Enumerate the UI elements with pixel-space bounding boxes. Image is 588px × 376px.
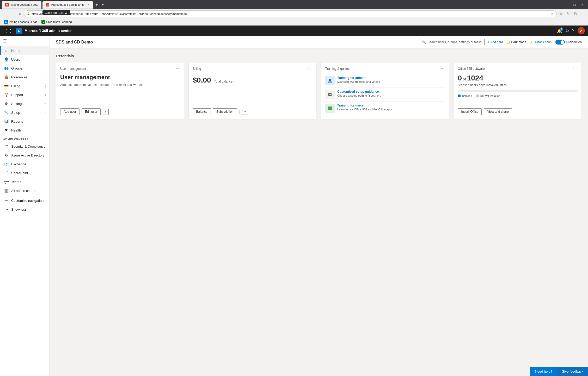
bottom-bar: Need help? Give feedback — [530, 367, 588, 376]
address-bar[interactable]: 🔒 https://admin.microsoft.com/Adminporta… — [24, 10, 557, 17]
sidebar-item-setup[interactable]: 🔧 Setup › — [0, 108, 49, 117]
legend-not-installed-dot — [476, 95, 479, 97]
billing-dropdown[interactable]: ▾ — [242, 109, 248, 115]
minimize-button[interactable]: — — [563, 2, 570, 7]
all-admin-icon: 🏢 — [4, 188, 9, 193]
training-admins-desc: Microsoft 365 tutorials and videos — [337, 80, 380, 83]
close-tab-icon[interactable]: ✕ — [87, 3, 90, 7]
lightning-icon: ⚡ — [529, 40, 533, 44]
show-less[interactable]: ⋯ Show less — [0, 205, 49, 214]
view-and-share-button[interactable]: View and share — [484, 108, 512, 115]
give-feedback-button[interactable]: Give feedback — [557, 367, 588, 376]
sidebar-item-sharepoint[interactable]: 📄 SharePoint — [0, 168, 49, 177]
billing-icon: 💳 — [4, 84, 9, 88]
support-chevron-icon: › — [45, 93, 46, 96]
sidebar-item-home[interactable]: ⌂ Home — [0, 46, 49, 55]
sidebar-item-support[interactable]: ❓ Support › — [0, 90, 49, 99]
whats-new-label: What's new? — [534, 40, 552, 44]
install-office-button[interactable]: Install Office — [458, 108, 482, 115]
window-controls: — ❐ ✕ — [563, 2, 586, 7]
sidebar-item-security[interactable]: 🛡 Security & Compliance — [0, 142, 49, 151]
settings-icon[interactable]: ⚙ — [565, 28, 569, 33]
sidebar-item-azure-ad[interactable]: ⚙ Azure Active Directory — [0, 151, 49, 160]
sidebar-item-groups-label: Groups — [11, 66, 43, 70]
sidebar-item-resources[interactable]: 📦 Resources › — [0, 73, 49, 82]
browser-menu-dropdown[interactable]: ▾ — [100, 3, 105, 7]
setup-chevron-icon: › — [45, 111, 46, 114]
bookmark-dreambox[interactable]: D DreamBox Learning - — [39, 20, 76, 24]
preview-toggle-switch[interactable] — [555, 40, 565, 45]
new-tab-button[interactable]: + — [94, 2, 99, 7]
forward-button[interactable]: → — [9, 11, 16, 17]
edit-user-button[interactable]: Edit user — [82, 108, 101, 115]
office-description: licensed users have installed Office — [458, 83, 578, 87]
billing-chevron-icon: › — [45, 85, 46, 87]
lock-icon: 🔒 — [27, 12, 30, 15]
sidebar-item-teams[interactable]: 💬 Teams — [0, 177, 49, 186]
settings-chevron-icon: › — [45, 102, 46, 105]
add-card-button[interactable]: + Add card — [488, 40, 503, 44]
sidebar-toggle[interactable]: ☰ — [0, 36, 49, 46]
search-icon: 🔍 — [422, 40, 426, 44]
subscription-button[interactable]: Subscription — [213, 108, 237, 115]
restore-button[interactable]: ❐ — [571, 2, 578, 7]
app-title: Microsoft 365 admin center — [24, 29, 72, 33]
app-logo: E — [16, 28, 22, 34]
waffle-icon[interactable]: ⋮⋮ — [3, 27, 14, 34]
profile-button[interactable]: ✎ — [565, 11, 571, 17]
training-icon-users — [325, 104, 335, 113]
browser-tab-typing[interactable]: E Typing Lessons | Lear — [2, 1, 41, 9]
user-management-heading: User management — [60, 74, 180, 81]
help-icon[interactable]: ? — [572, 28, 574, 33]
header-actions: 🔍 Search users, groups, settings or task… — [419, 39, 582, 45]
training-users-heading[interactable]: Training for users — [337, 104, 393, 107]
training-text-setup: Customized setup guidance Choose a setup… — [337, 90, 381, 97]
balance-button[interactable]: Balance — [193, 108, 211, 115]
share-button[interactable]: ⎘ — [572, 11, 579, 17]
sidebar-item-settings[interactable]: ⚙ Settings › — [0, 99, 49, 108]
customize-navigation[interactable]: ✏ Customize navigation — [0, 196, 49, 205]
sidebar-item-health[interactable]: ❤ Health › — [0, 126, 49, 135]
sidebar-item-all-admin[interactable]: 🏢 All admin centers — [0, 186, 49, 195]
bookmarks-bar: E Typing Lessons | Lear D DreamBox Learn… — [0, 18, 588, 26]
need-help-button[interactable]: Need help? — [530, 367, 557, 376]
training-card-menu[interactable]: ⋯ — [441, 67, 445, 71]
sidebar-item-users[interactable]: 👤 Users › — [0, 55, 49, 64]
browser-more-button[interactable]: ⋯ — [580, 11, 586, 17]
setup-icon: 🔧 — [4, 110, 9, 115]
close-window-button[interactable]: ✕ — [579, 2, 586, 7]
office365-actions: Install Office View and share — [458, 108, 578, 115]
bookmark-icon[interactable]: ☆ — [550, 12, 554, 16]
browser-tab-active[interactable]: M Microsoft 365 admin center ✕ Close tab… — [42, 1, 93, 9]
sidebar-item-billing[interactable]: 💳 Billing › — [0, 82, 49, 90]
office-progress-bar — [458, 90, 578, 92]
bookmark-typing-label: Typing Lessons | Lear — [9, 20, 37, 23]
training-card-title: Training & guides — [325, 67, 350, 71]
notification-icon[interactable]: 🔔 2 — [557, 28, 562, 33]
legend-installed: Installed — [458, 94, 472, 97]
dark-mode-button[interactable]: 🌙 Dark mode — [506, 40, 526, 44]
content-area: SDS and CD Demo 🔍 Search users, groups, … — [50, 36, 588, 376]
whats-new-button[interactable]: ⚡ What's new? — [529, 40, 552, 44]
refresh-button[interactable]: ↻ — [17, 11, 23, 17]
sidebar-item-groups[interactable]: 👥 Groups › — [0, 64, 49, 73]
collections-button[interactable]: ☆ — [558, 11, 564, 17]
search-bar[interactable]: 🔍 Search users, groups, settings or task… — [419, 39, 484, 45]
bookmark-typing[interactable]: E Typing Lessons | Lear — [2, 20, 39, 24]
user-management-dropdown[interactable]: ▾ — [103, 109, 109, 115]
billing-card-menu[interactable]: ⋯ — [308, 67, 312, 71]
sidebar-item-reports[interactable]: 📊 Reports › — [0, 117, 49, 126]
user-avatar[interactable]: A — [578, 27, 585, 34]
legend-not-installed-label: Not yet installed — [480, 94, 500, 97]
sidebar-item-exchange[interactable]: 📧 Exchange — [0, 160, 49, 168]
user-management-card-menu[interactable]: ⋯ — [176, 67, 180, 71]
training-icon-admins — [325, 76, 335, 85]
sidebar-item-teams-label: Teams — [11, 180, 46, 184]
add-user-button[interactable]: Add user — [60, 108, 79, 115]
training-admins-heading[interactable]: Training for admins — [337, 76, 380, 80]
user-management-actions: Add user Edit user ▾ — [60, 108, 180, 115]
office365-card-menu[interactable]: ⋯ — [573, 67, 577, 71]
back-button[interactable]: ← — [2, 11, 8, 17]
billing-card-header: Billing ⋯ — [193, 67, 313, 71]
training-setup-heading[interactable]: Customized setup guidance — [337, 90, 381, 93]
